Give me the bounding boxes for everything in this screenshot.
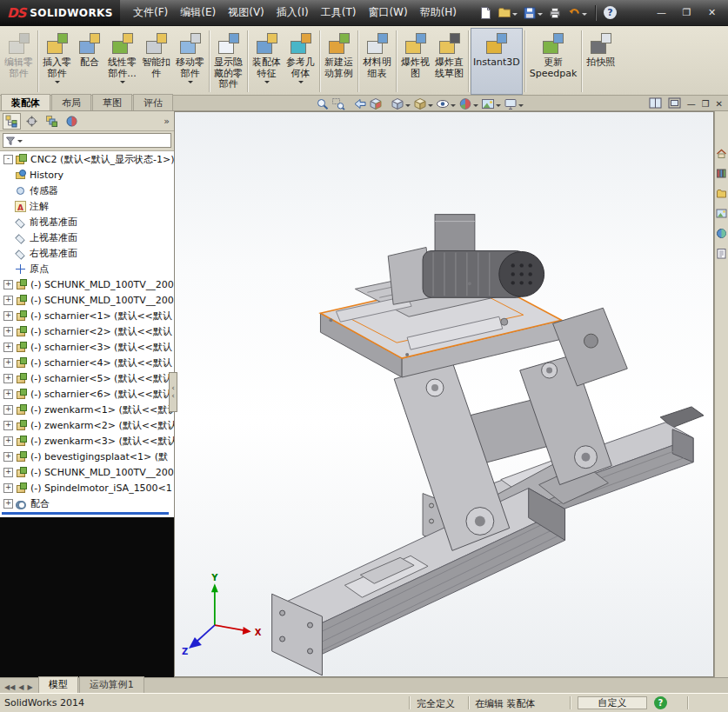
mate-button[interactable]: 配合 bbox=[74, 28, 105, 95]
expand-box[interactable]: + bbox=[3, 311, 13, 321]
model-canvas[interactable] bbox=[175, 112, 713, 676]
collapse-box[interactable]: - bbox=[3, 155, 13, 164]
expand-box[interactable]: + bbox=[3, 452, 13, 462]
tree-item-origin[interactable]: 原点 bbox=[0, 261, 174, 276]
tree-item-history[interactable]: History bbox=[0, 167, 174, 183]
tree-item-annotations[interactable]: A 注解 bbox=[0, 198, 174, 214]
insert-component-button[interactable]: 插入零部件 bbox=[40, 28, 74, 95]
tree-item-front-plane[interactable]: 前视基准面 bbox=[0, 214, 174, 230]
display-style-icon[interactable] bbox=[412, 97, 428, 111]
graphics-viewport[interactable]: Y X Z bbox=[174, 111, 714, 677]
undo-button[interactable] bbox=[565, 3, 589, 23]
expand-box[interactable]: + bbox=[3, 468, 13, 477]
bill-of-materials-button[interactable]: 材料明细表 bbox=[360, 28, 394, 95]
custom-properties-icon[interactable] bbox=[716, 246, 727, 257]
quick-tip-icon[interactable]: ? bbox=[654, 696, 667, 709]
hide-show-items-icon[interactable] bbox=[435, 97, 451, 111]
appearances-icon[interactable] bbox=[716, 226, 727, 237]
previous-view-icon[interactable] bbox=[352, 97, 368, 111]
view-settings-icon[interactable] bbox=[503, 97, 518, 111]
minimize-button[interactable]: — bbox=[650, 4, 673, 21]
expand-box[interactable]: + bbox=[3, 389, 13, 399]
new-document-button[interactable] bbox=[477, 3, 494, 23]
tree-item-component[interactable]: + (-) SCHUNK_MLD_100TV__2000 bbox=[0, 464, 174, 480]
tab-scroll-first-icon[interactable]: ◀◀ bbox=[4, 683, 15, 691]
menu-help[interactable]: 帮助(H) bbox=[414, 2, 463, 23]
expand-box[interactable]: + bbox=[3, 296, 13, 305]
menu-edit[interactable]: 编辑(E) bbox=[174, 2, 222, 23]
tree-item-component[interactable]: + (-) scharnier<4> (默认<<默认 bbox=[0, 355, 174, 370]
split-view-icon[interactable] bbox=[649, 96, 662, 112]
print-button[interactable] bbox=[546, 3, 564, 23]
expand-box[interactable]: + bbox=[3, 358, 13, 368]
tab-model[interactable]: 模型 bbox=[38, 676, 78, 693]
tab-scroll-prev-icon[interactable]: ◀ bbox=[18, 683, 23, 691]
zoom-to-area-icon[interactable] bbox=[331, 97, 346, 111]
assembly-features-button[interactable]: 装配体特征 bbox=[250, 28, 284, 95]
custom-dropdown[interactable]: 自定义 bbox=[578, 696, 647, 709]
propertymanager-tab[interactable] bbox=[23, 113, 41, 130]
tab-scroll-next-icon[interactable]: ▶ bbox=[27, 683, 32, 691]
expand-box[interactable]: + bbox=[3, 421, 13, 430]
apply-scene-icon[interactable] bbox=[480, 97, 496, 111]
fullscreen-icon[interactable] bbox=[668, 96, 681, 112]
tree-item-component[interactable]: + (-) scharnier<3> (默认<<默认 bbox=[0, 339, 174, 355]
tree-item-component[interactable]: + (-) SCHUNK_MLD_100TV__2000 bbox=[0, 292, 174, 308]
show-hidden-components-button[interactable]: 显示隐藏的零部件 bbox=[211, 28, 245, 95]
tree-item-sensors[interactable]: 传感器 bbox=[0, 183, 174, 198]
design-library-icon[interactable] bbox=[716, 166, 727, 177]
doc-restore-button[interactable]: ❒ bbox=[702, 99, 710, 109]
expand-box[interactable]: + bbox=[3, 405, 13, 415]
instant3d-button[interactable]: Instant3D bbox=[471, 28, 523, 95]
tree-item-component[interactable]: + (-) bevestigingsplaat<1> (默 bbox=[0, 449, 174, 464]
featuremanager-tree-tab[interactable] bbox=[3, 113, 21, 130]
tree-item-top-plane[interactable]: 上视基准面 bbox=[0, 230, 174, 245]
tab-layout[interactable]: 布局 bbox=[51, 94, 91, 110]
menu-view[interactable]: 视图(V) bbox=[222, 2, 270, 23]
tab-motion-study[interactable]: 运动算例1 bbox=[79, 676, 144, 693]
tree-item-right-plane[interactable]: 右视基准面 bbox=[0, 245, 174, 261]
move-component-button[interactable]: 移动零部件 bbox=[173, 28, 207, 95]
smart-fasteners-button[interactable]: 智能扣件 bbox=[139, 28, 173, 95]
menu-insert[interactable]: 插入(I) bbox=[270, 2, 315, 23]
reference-geometry-button[interactable]: 参考几何体 bbox=[284, 28, 317, 95]
expand-box[interactable]: + bbox=[3, 483, 13, 493]
menu-window[interactable]: 窗口(W) bbox=[362, 2, 413, 23]
rollback-bar[interactable] bbox=[2, 512, 169, 515]
tab-assembly[interactable]: 装配体 bbox=[1, 94, 50, 110]
update-speedpak-button[interactable]: 更新Speedpak bbox=[527, 28, 580, 95]
save-button[interactable] bbox=[521, 3, 544, 23]
section-view-icon[interactable] bbox=[368, 97, 384, 111]
edit-appearance-icon[interactable] bbox=[458, 97, 473, 111]
close-button[interactable]: ✕ bbox=[700, 4, 724, 21]
help-button[interactable]: ? bbox=[602, 3, 618, 23]
menu-tools[interactable]: 工具(T) bbox=[315, 2, 363, 23]
displaymanager-tab[interactable] bbox=[63, 113, 81, 130]
open-button[interactable] bbox=[496, 3, 519, 23]
expand-box[interactable]: + bbox=[3, 327, 13, 336]
expand-box[interactable]: + bbox=[3, 374, 13, 383]
tree-item-mates[interactable]: + 配合 bbox=[0, 496, 174, 511]
view-orientation-icon[interactable] bbox=[390, 97, 405, 111]
view-palette-icon[interactable] bbox=[716, 206, 727, 217]
take-snapshot-button[interactable]: 拍快照 bbox=[584, 28, 618, 95]
home-icon[interactable] bbox=[716, 146, 727, 157]
explode-line-sketch-button[interactable]: 爆炸直线草图 bbox=[432, 28, 466, 95]
doc-minimize-button[interactable]: — bbox=[687, 99, 696, 109]
tab-sketch[interactable]: 草图 bbox=[92, 94, 132, 110]
tree-filter-input[interactable] bbox=[3, 133, 171, 148]
edit-component-button[interactable]: 编辑零部件 bbox=[2, 28, 36, 95]
tree-item-component[interactable]: + (-) zwenkarm<3> (默认<<默认 bbox=[0, 433, 174, 449]
configurationmanager-tab[interactable] bbox=[43, 113, 61, 130]
panel-splitter-handle[interactable]: ‹ ‹ bbox=[169, 372, 177, 412]
tree-item-cnc2[interactable]: - CNC2 (默认<默认_显示状态-1>) bbox=[0, 151, 174, 167]
tree-item-component[interactable]: + (-) scharnier<5> (默认<<默认 bbox=[0, 370, 174, 386]
zoom-fit-icon[interactable] bbox=[315, 97, 331, 111]
tree-item-component[interactable]: + (-) SCHUNK_MLD_100TV__2000 bbox=[0, 276, 174, 292]
expand-box[interactable]: + bbox=[3, 436, 13, 446]
tree-item-component[interactable]: + (-) scharnier<1> (默认<<默认 bbox=[0, 308, 174, 323]
maximize-button[interactable]: ❐ bbox=[675, 4, 698, 21]
expand-box[interactable]: + bbox=[3, 499, 13, 509]
tree-item-component[interactable]: + (-) scharnier<6> (默认<<默认 bbox=[0, 386, 174, 402]
tab-evaluate[interactable]: 评估 bbox=[133, 94, 173, 110]
